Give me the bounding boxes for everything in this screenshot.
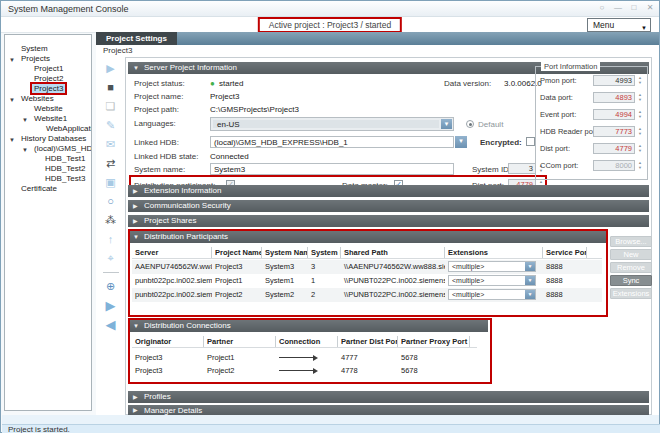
dist-port-field[interactable]: 4779 (593, 143, 635, 154)
spinner-icon[interactable]: ▲▼ (636, 109, 644, 119)
add-icon[interactable]: ⊕ (97, 277, 124, 296)
tree-item-projects[interactable]: ▼Projects (5, 54, 91, 64)
comment-icon[interactable]: ✉ (97, 135, 124, 154)
tree-item-webapplication1[interactable]: WebApplication1 (5, 124, 91, 134)
project-action-toolbar: ▶■❏✎✉⇄▣○⁂↑⌖⊕▶◀ (97, 59, 124, 359)
column-header-extensions[interactable]: Extensions (445, 247, 543, 258)
column-header-partner[interactable]: Partner (204, 336, 276, 347)
data-port-field[interactable]: 4893 (593, 92, 635, 103)
edit-project-icon[interactable]: ✎ (97, 116, 124, 135)
port-row-event-port: Event port:4994▲▼ (540, 109, 644, 121)
stop-project-icon[interactable]: ■ (97, 78, 124, 97)
participant-row[interactable]: AAENPU746562W.ww88lProject3System33\\AAE… (132, 260, 602, 274)
window-title: System Management Console (8, 4, 129, 14)
expand-panel-icon[interactable]: ▶ (97, 296, 124, 315)
tree-item-label: HDB_Test1 (43, 154, 87, 163)
relink-hdb-icon[interactable]: ⇄ (97, 154, 124, 173)
collapse-panel-icon[interactable]: ◀ (97, 315, 124, 334)
section-distribution-participants[interactable]: ▼ Distribution Participants (128, 231, 608, 243)
spinner-icon[interactable]: ▲▼ (636, 126, 644, 136)
spinner-icon[interactable]: ▲▼ (636, 143, 644, 153)
arrow-head (313, 355, 318, 361)
column-header-shared-path[interactable]: Shared Path (341, 247, 445, 258)
tree-item-website1[interactable]: ▼Website1 (5, 114, 91, 124)
languages-combo[interactable]: en-US ▼ (210, 117, 454, 131)
restore-icon[interactable]: ○ (97, 192, 124, 211)
tree-item-label: History Databases (19, 134, 88, 143)
linked-hdb-dropdown-icon[interactable]: ▼ (455, 136, 467, 148)
section-distribution-connections[interactable]: ▼ Distribution Connections (128, 320, 488, 332)
column-header-server[interactable]: Server (132, 247, 212, 258)
event-port-field[interactable]: 4994 (593, 109, 635, 120)
start-project-icon[interactable]: ▶ (97, 59, 124, 78)
tree-item-project1[interactable]: Project1 (5, 64, 91, 74)
column-header-partner-dist-port[interactable]: Partner Dist Port (338, 336, 398, 347)
column-header-system-id[interactable]: System ID (308, 247, 341, 258)
column-header-partner-proxy-port[interactable]: Partner Proxy Port (398, 336, 470, 347)
default-language-radio[interactable] (466, 120, 474, 128)
tree-item-system[interactable]: System (5, 44, 91, 54)
connection-row[interactable]: Project3Project147775678 (132, 351, 477, 364)
tree-item-hdb-test3[interactable]: HDB_Test3 (5, 174, 91, 184)
extensions-dropdown[interactable]: <multiple>▼ (448, 275, 536, 286)
collapse-arrow-icon: ▼ (133, 62, 139, 74)
spinner-icon[interactable]: ▲▼ (636, 75, 644, 85)
subtab-project3[interactable]: Project3 (96, 45, 659, 57)
save-icon[interactable]: ▣ (97, 173, 124, 192)
tree-item-project3[interactable]: Project3 (5, 84, 91, 94)
minimize-icon[interactable]: — (613, 3, 623, 12)
pmon-port-field[interactable]: 4993 (593, 75, 635, 86)
section-communication-security[interactable]: ▶ Communication Security (128, 200, 649, 212)
chevron-down-icon[interactable]: ▼ (525, 276, 535, 285)
tree-item-hdb-test1[interactable]: HDB_Test1 (5, 154, 91, 164)
system-id-field[interactable]: 3 (508, 163, 536, 174)
tree-item-local-gms-hdb-expres[interactable]: ▼(local)\GMS_HDB_EXPRES (5, 144, 91, 154)
extensions-value: <multiple> (452, 290, 484, 299)
tree-item-history-databases[interactable]: ▼History Databases (5, 134, 91, 144)
section-title: Extension Information (144, 186, 221, 195)
upgrade-icon[interactable]: ↑ (97, 230, 124, 249)
chevron-down-icon[interactable]: ▼ (525, 262, 535, 271)
pin-icon[interactable]: ⌖ (97, 249, 124, 268)
extensions-dropdown[interactable]: <multiple>▼ (448, 289, 536, 300)
section-extension-information[interactable]: ▶ Extension Information (128, 185, 649, 197)
maximize-icon[interactable]: □ (629, 3, 639, 12)
section-project-shares[interactable]: ▶ Project Shares (128, 215, 649, 227)
column-header-system-name[interactable]: System Name (262, 247, 308, 258)
tree-item-website[interactable]: Website (5, 104, 91, 114)
chevron-down-icon[interactable]: ▼ (441, 119, 452, 129)
distribution-icon[interactable]: ⁂ (97, 211, 124, 230)
chevron-down-icon[interactable]: ▼ (525, 290, 535, 299)
tree-item-websites[interactable]: ▼Websites (5, 94, 91, 104)
tree-item-hdb-test2[interactable]: HDB_Test2 (5, 164, 91, 174)
connection-row[interactable]: Project3Project247785678 (132, 364, 477, 377)
encrypted-label: Encrypted: (480, 138, 522, 147)
menu-dropdown-label: Menu (593, 20, 614, 30)
active-project-banner: Active project : Project3 / started (258, 17, 402, 33)
tab-project-settings[interactable]: Project Settings (96, 32, 177, 45)
languages-value: en-US (213, 120, 439, 128)
toolbar-divider (103, 272, 119, 273)
tree-item-certificate[interactable]: Certificate (5, 184, 91, 194)
column-header-service-port[interactable]: Service Port (543, 247, 587, 258)
column-header-connection[interactable]: Connection (276, 336, 338, 347)
cell-partner-dist-port: 4777 (338, 351, 398, 364)
column-header-originator[interactable]: Originator (132, 336, 204, 347)
menu-dropdown[interactable]: Menu ▼ (587, 18, 651, 32)
extensions-dropdown[interactable]: <multiple>▼ (448, 261, 536, 272)
help-icon[interactable]: ○ (597, 3, 607, 12)
system-name-input[interactable] (210, 163, 454, 175)
spinner-icon[interactable]: ▲▼ (636, 92, 644, 102)
section-profiles[interactable]: ▶ Profiles (128, 391, 649, 403)
participant-row[interactable]: punbt022pc.in002.siemens.netProject2Syst… (132, 288, 602, 302)
port-information-group: Port Information Pmon port:4993▲▼Data po… (535, 66, 648, 180)
participant-row[interactable]: punbt022pc.in002.siemens.netProject1Syst… (132, 274, 602, 288)
default-language-label: Default (478, 120, 503, 129)
close-icon[interactable]: ✕ (645, 3, 655, 12)
hdb-reader-port-field[interactable]: 7773 (593, 126, 635, 137)
copy-project-icon[interactable]: ❏ (97, 97, 124, 116)
encrypted-checkbox[interactable] (526, 137, 535, 146)
tree-item-project2[interactable]: Project2 (5, 74, 91, 84)
sync-button[interactable]: Sync (610, 275, 652, 286)
column-header-project-name[interactable]: Project Name (212, 247, 262, 258)
